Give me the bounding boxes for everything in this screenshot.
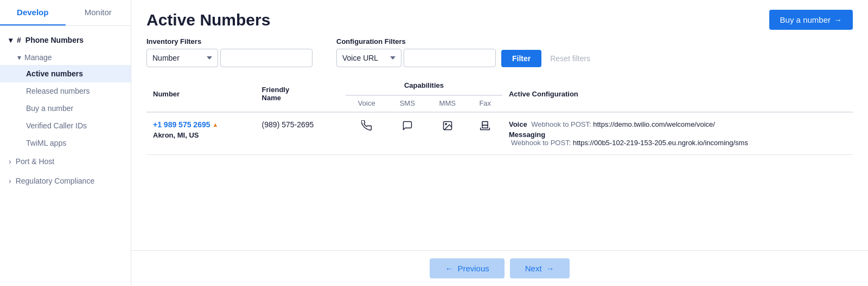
fax-icon	[475, 120, 496, 131]
port-host-label: Port & Host	[16, 157, 55, 166]
inventory-input-group: Number Friendly Name Country	[146, 49, 312, 67]
messaging-config-type: Webhook to POST:	[511, 139, 571, 147]
configuration-text-input[interactable]	[404, 49, 496, 67]
col-number: Number	[146, 76, 256, 112]
table-header-row: Number FriendlyName Capabilities Active …	[146, 76, 853, 95]
main-content: Active Numbers Buy a number → Inventory …	[131, 0, 868, 286]
nav-subsection-manage[interactable]: ▾ Manage	[0, 50, 131, 65]
sub-col-sms: SMS	[388, 95, 427, 112]
sidebar-item-active-numbers[interactable]: Active numbers	[0, 65, 131, 82]
config-messaging-row: Messaging	[509, 131, 846, 139]
config-messaging-url-row: Webhook to POST: https://00b5-102-219-15…	[509, 139, 846, 147]
upgrade-badge-icon: ▲	[213, 121, 219, 128]
previous-label: Previous	[457, 264, 489, 273]
next-button[interactable]: Next →	[510, 258, 570, 278]
voice-icon	[352, 120, 381, 131]
sms-icon	[394, 120, 420, 131]
nav-section-regulatory[interactable]: › Regulatory Compliance	[0, 171, 131, 191]
filter-button[interactable]: Filter	[501, 50, 541, 67]
nav-section-port-host[interactable]: › Port & Host	[0, 152, 131, 171]
cell-friendly-name: (989) 575-2695	[256, 112, 346, 155]
tab-monitor[interactable]: Monitor	[66, 0, 131, 25]
sidebar-nav: ▾ # Phone Numbers ▾ Manage Active number…	[0, 26, 131, 195]
table-section: Number FriendlyName Capabilities Active …	[131, 76, 868, 250]
messaging-config-url: https://00b5-102-219-153-205.eu.ngrok.io…	[573, 139, 748, 147]
chevron-right-icon: ›	[9, 157, 11, 166]
next-label: Next	[525, 264, 542, 273]
hash-icon: #	[17, 36, 21, 44]
sub-col-fax: Fax	[468, 95, 502, 112]
regulatory-label: Regulatory Compliance	[16, 177, 95, 185]
cell-active-config: Voice Webhook to POST: https://demo.twil…	[502, 112, 853, 155]
col-friendly-name: FriendlyName	[256, 76, 346, 112]
svg-rect-3	[482, 122, 488, 126]
sub-col-voice: Voice	[346, 95, 388, 112]
phone-number-link[interactable]: +1 989 575 2695	[153, 120, 210, 129]
chevron-sm-icon: ▾	[17, 53, 21, 62]
right-arrow-icon: →	[546, 264, 554, 273]
nav-section-phone-numbers[interactable]: ▾ # Phone Numbers	[0, 30, 131, 50]
chevron-right-icon-2: ›	[9, 177, 11, 185]
config-voice-row: Voice Webhook to POST: https://demo.twil…	[509, 120, 846, 128]
configuration-filter-label: Configuration Filters	[336, 37, 496, 46]
sidebar-tab-bar: Develop Monitor	[0, 0, 131, 26]
sidebar-item-released-numbers[interactable]: Released numbers	[0, 82, 131, 100]
sidebar-item-twiml-apps[interactable]: TwiML apps	[0, 134, 131, 152]
voice-config-label: Voice	[509, 120, 527, 128]
tab-develop[interactable]: Develop	[0, 0, 66, 25]
inventory-filter-label: Inventory Filters	[146, 37, 312, 46]
inventory-select[interactable]: Number Friendly Name Country	[146, 49, 218, 67]
svg-rect-2	[482, 125, 488, 128]
buy-a-number-button[interactable]: Buy a number →	[769, 10, 853, 30]
inventory-filter-group: Inventory Filters Number Friendly Name C…	[146, 37, 312, 67]
phone-location: Akron, MI, US	[153, 131, 249, 139]
voice-config-url: https://demo.twilio.com/welcome/voice/	[593, 120, 715, 128]
left-arrow-icon: ←	[445, 264, 453, 273]
table-row: +1 989 575 2695 ▲ Akron, MI, US (989) 57…	[146, 112, 853, 155]
cell-mms	[427, 112, 468, 155]
cell-voice	[346, 112, 388, 155]
col-capabilities: Capabilities	[346, 76, 502, 95]
chevron-down-icon: ▾	[9, 36, 12, 44]
col-active-config: Active Configuration	[502, 76, 853, 112]
mms-icon	[433, 120, 462, 131]
buy-button-label: Buy a number	[780, 15, 831, 24]
manage-label: Manage	[24, 53, 52, 62]
previous-button[interactable]: ← Previous	[430, 258, 504, 278]
cell-fax	[468, 112, 502, 155]
inventory-text-input[interactable]	[220, 49, 312, 67]
svg-point-1	[445, 123, 447, 125]
configuration-filter-group: Configuration Filters Voice URL SMS URL …	[336, 37, 496, 67]
sidebar-item-verified-caller-ids[interactable]: Verified Caller IDs	[0, 117, 131, 134]
numbers-table: Number FriendlyName Capabilities Active …	[146, 76, 853, 155]
pagination-section: ← Previous Next →	[131, 250, 868, 286]
sidebar-item-buy-a-number[interactable]: Buy a number	[0, 100, 131, 117]
main-header: Active Numbers Buy a number →	[131, 0, 868, 37]
voice-config-type: Webhook to POST:	[531, 120, 591, 128]
filters-row: Inventory Filters Number Friendly Name C…	[146, 37, 853, 67]
page-title: Active Numbers	[146, 11, 270, 29]
configuration-input-group: Voice URL SMS URL MMS URL Fax URL	[336, 49, 496, 67]
sub-col-mms: MMS	[427, 95, 468, 112]
configuration-select[interactable]: Voice URL SMS URL MMS URL Fax URL	[336, 49, 401, 67]
cell-sms	[388, 112, 427, 155]
phone-numbers-label: Phone Numbers	[25, 36, 84, 44]
cell-number: +1 989 575 2695 ▲ Akron, MI, US	[146, 112, 256, 155]
sidebar: Develop Monitor ▾ # Phone Numbers ▾ Mana…	[0, 0, 131, 286]
filters-section: Inventory Filters Number Friendly Name C…	[131, 37, 868, 76]
reset-filters-button[interactable]: Reset filters	[547, 50, 593, 67]
arrow-right-icon: →	[834, 15, 842, 24]
messaging-config-label: Messaging	[509, 131, 545, 139]
